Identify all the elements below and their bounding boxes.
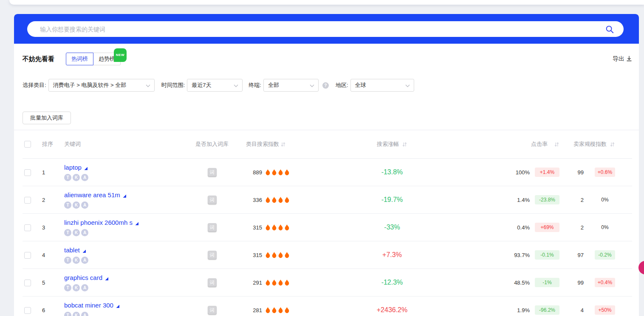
tag-k-icon: K <box>73 312 80 316</box>
export-button[interactable]: 导出 <box>613 55 632 63</box>
ctr-change-badge: +1.4% <box>535 168 559 177</box>
help-icon[interactable]: ? <box>322 82 329 89</box>
row-rank: 2 <box>42 197 64 203</box>
expand-triangle-icon[interactable] <box>83 250 86 253</box>
region-filter-label: 地区: <box>336 81 348 89</box>
table-row: 5 graphics card TKA 词 291 -12.3% 48.5% -… <box>23 269 632 296</box>
keyword-platform-tags: TKA <box>64 257 188 264</box>
keyword-link[interactable]: bobcat miner 300 <box>64 302 113 309</box>
tag-a-icon: A <box>81 229 88 236</box>
keyword-link[interactable]: linzhi phoenix 2600mh s <box>64 219 133 226</box>
expand-triangle-icon[interactable] <box>136 222 138 225</box>
floating-action-button[interactable] <box>638 261 644 274</box>
search-icon[interactable] <box>605 25 614 36</box>
expand-triangle-icon[interactable] <box>116 305 119 308</box>
add-to-dictionary-button[interactable]: 词 <box>208 278 217 287</box>
category-select[interactable]: 消费电子 > 电脑及软件 > 全部 <box>48 79 155 92</box>
terminal-select[interactable]: 全部 <box>263 79 319 92</box>
row-rank: 4 <box>42 252 64 258</box>
seller-change-badge: +50% <box>595 305 615 315</box>
row-rank: 3 <box>42 224 64 231</box>
download-icon <box>626 56 632 63</box>
tag-t-icon: T <box>64 229 71 236</box>
sort-icon[interactable] <box>280 142 286 147</box>
terminal-filter-label: 终端: <box>249 81 261 89</box>
ctr-value: 100% <box>510 169 530 176</box>
table-row: 2 alienware area 51m TKA 词 336 -19.7% 1.… <box>23 186 632 214</box>
keyword-link[interactable]: tablet <box>64 246 80 254</box>
time-range-value: 最近7天 <box>192 81 211 89</box>
seller-index-value: 99 <box>573 169 584 176</box>
search-index-value: 291 <box>246 280 262 286</box>
ctr-change-badge: -0.1% <box>535 250 559 260</box>
seller-change-badge: 0% <box>595 195 615 204</box>
row-checkbox[interactable] <box>24 307 31 314</box>
seller-index-value: 97 <box>573 252 584 258</box>
header-growth: 搜索涨幅 <box>377 140 399 148</box>
add-to-dictionary-button[interactable]: 词 <box>208 168 217 177</box>
tag-k-icon: K <box>73 201 80 209</box>
flame-icons <box>265 224 290 231</box>
tag-a-icon: A <box>81 284 88 291</box>
growth-value: -13.8% <box>381 168 403 176</box>
keyword-search-box <box>27 21 624 37</box>
row-checkbox[interactable] <box>24 169 31 176</box>
header-ctr: 点击率 <box>531 140 548 148</box>
keyword-platform-tags: TKA <box>64 174 188 181</box>
expand-triangle-icon[interactable] <box>85 167 88 170</box>
search-index-value: 281 <box>246 307 262 313</box>
table-header-row: 排序 关键词 是否加入词库 类目搜索指数 搜索涨幅 点击率 <box>23 130 632 159</box>
seller-change-badge: -0.2% <box>595 250 615 260</box>
add-to-dictionary-button[interactable]: 词 <box>208 196 217 204</box>
keyword-link[interactable]: laptop <box>64 164 82 171</box>
region-select[interactable]: 全球 <box>350 79 414 92</box>
tab-group: 热词榜 趋势榜 NEW <box>66 53 121 65</box>
tag-k-icon: K <box>73 257 80 264</box>
tag-a-icon: A <box>81 201 88 209</box>
row-checkbox[interactable] <box>24 224 31 231</box>
ctr-value: 93.7% <box>510 252 530 258</box>
expand-triangle-icon[interactable] <box>123 195 126 198</box>
flame-icons <box>265 169 290 176</box>
chevron-down-icon <box>146 82 150 89</box>
filter-bar: 选择类目: 消费电子 > 电脑及软件 > 全部 时间范围: 最近7天 终端: 全… <box>23 79 632 92</box>
row-checkbox[interactable] <box>24 280 31 286</box>
seller-change-badge: +0.6% <box>595 168 615 177</box>
row-rank: 5 <box>42 280 64 286</box>
time-range-select[interactable]: 最近7天 <box>187 79 243 92</box>
add-to-dictionary-button[interactable]: 词 <box>208 306 217 315</box>
tab-trends[interactable]: 趋势榜 NEW <box>93 53 121 65</box>
keyword-link[interactable]: alienware area 51m <box>64 191 120 199</box>
row-checkbox[interactable] <box>24 252 31 259</box>
tag-t-icon: T <box>64 201 71 209</box>
flame-icons <box>265 280 290 286</box>
time-filter-label: 时间范围: <box>161 81 185 89</box>
keyword-platform-tags: TKA <box>64 229 188 236</box>
batch-add-to-dictionary-button[interactable]: 批量加入词库 <box>23 112 71 124</box>
sort-icon[interactable] <box>554 142 559 147</box>
category-filter-label: 选择类目: <box>23 81 46 89</box>
tag-t-icon: T <box>64 257 71 264</box>
tag-a-icon: A <box>81 312 88 316</box>
chevron-down-icon <box>405 82 410 89</box>
sort-icon[interactable] <box>402 142 407 147</box>
expand-triangle-icon[interactable] <box>105 277 108 280</box>
growth-value: +7.3% <box>382 251 402 259</box>
select-all-checkbox[interactable] <box>24 141 31 148</box>
keyword-search-input[interactable] <box>27 26 624 33</box>
terminal-value: 全部 <box>268 81 279 89</box>
top-partial-card <box>9 0 644 5</box>
add-to-dictionary-button[interactable]: 词 <box>208 223 217 232</box>
tab-hot-words[interactable]: 热词榜 <box>66 53 93 65</box>
ctr-change-badge: -96.2% <box>535 305 559 315</box>
growth-value: -33% <box>384 224 400 231</box>
tag-a-icon: A <box>81 174 88 181</box>
flame-icons <box>265 252 290 258</box>
flame-icons <box>265 307 290 313</box>
sort-icon[interactable] <box>610 142 615 147</box>
tag-t-icon: T <box>64 312 71 316</box>
search-index-value: 889 <box>246 169 262 176</box>
add-to-dictionary-button[interactable]: 词 <box>208 251 217 260</box>
row-checkbox[interactable] <box>24 197 31 204</box>
keyword-link[interactable]: graphics card <box>64 274 102 281</box>
